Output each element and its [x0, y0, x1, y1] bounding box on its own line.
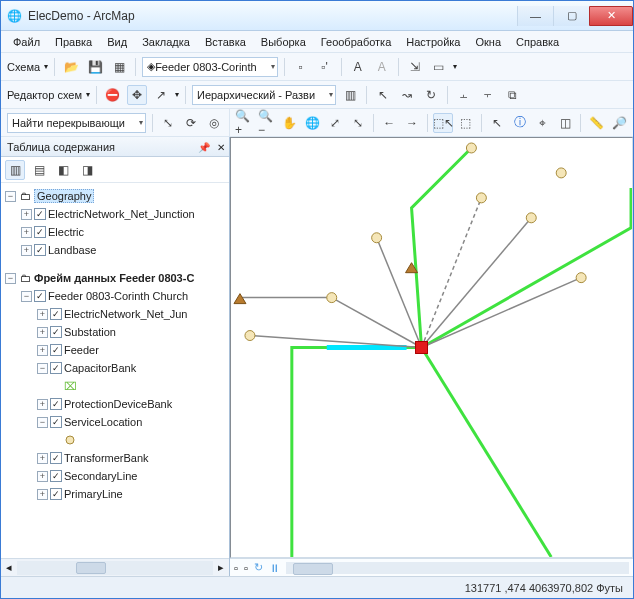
generate2-button[interactable]: ▭: [429, 57, 449, 77]
select-features-button[interactable]: ⬚↖: [433, 113, 453, 133]
menu-view[interactable]: Вид: [101, 34, 133, 50]
list-by-source-button[interactable]: ▤: [29, 160, 49, 180]
open-folder-button[interactable]: 📂: [61, 57, 81, 77]
layout-view-button[interactable]: ▫: [244, 562, 248, 574]
pause-icon[interactable]: ⏸: [269, 562, 280, 574]
list-by-drawing-button[interactable]: ▥: [5, 160, 25, 180]
hyperlink-button[interactable]: ⌖: [533, 113, 553, 133]
net-tool2-button[interactable]: ⟳: [182, 113, 201, 133]
list-by-visibility-button[interactable]: ◧: [53, 160, 73, 180]
editor-menu-caret[interactable]: ▾: [86, 90, 90, 99]
collapse-icon[interactable]: −: [5, 191, 16, 202]
misc-tool-button[interactable]: ⧉: [502, 85, 522, 105]
collapse-icon[interactable]: −: [5, 273, 16, 284]
toc-scrollbar[interactable]: ◂ ▸: [1, 558, 229, 576]
expand-icon[interactable]: +: [37, 309, 48, 320]
data-view-button[interactable]: ▫: [234, 562, 238, 574]
stop-editing-button[interactable]: ⛔: [103, 85, 123, 105]
checkbox[interactable]: ✓: [50, 308, 62, 320]
layer-item[interactable]: Substation: [64, 326, 116, 338]
expand-icon[interactable]: +: [21, 227, 32, 238]
expand-icon[interactable]: +: [37, 345, 48, 356]
checkbox[interactable]: ✓: [50, 452, 62, 464]
layer-item[interactable]: SecondaryLine: [64, 470, 137, 482]
propagate2-button[interactable]: ▫': [315, 57, 335, 77]
menu-windows[interactable]: Окна: [469, 34, 507, 50]
zoom-out-button[interactable]: 🔍−: [257, 113, 277, 133]
identify-button[interactable]: ⓘ: [510, 113, 530, 133]
menu-edit[interactable]: Правка: [49, 34, 98, 50]
save-diagram-button[interactable]: 💾: [85, 57, 105, 77]
expand-icon[interactable]: +: [37, 471, 48, 482]
find-dropdown[interactable]: Найти перекрывающи ▾: [7, 113, 146, 133]
schematic-menu-caret[interactable]: ▾: [44, 62, 48, 71]
propagate-button[interactable]: ▫: [291, 57, 311, 77]
layer-item[interactable]: ServiceLocation: [64, 416, 142, 428]
menu-customize[interactable]: Настройка: [400, 34, 466, 50]
layer-feeder-root[interactable]: Feeder 0803-Corinth Church: [48, 290, 188, 302]
find-button[interactable]: 🔎: [609, 113, 629, 133]
menu-geoprocessing[interactable]: Геообработка: [315, 34, 398, 50]
net-tool1-button[interactable]: ⤡: [159, 113, 178, 133]
clear-selection-button[interactable]: ⬚: [456, 113, 476, 133]
close-button[interactable]: ✕: [589, 6, 633, 26]
checkbox[interactable]: ✓: [50, 398, 62, 410]
pointer-button[interactable]: ↖: [487, 113, 507, 133]
text-a1-button[interactable]: A: [348, 57, 368, 77]
caret-icon[interactable]: ▾: [453, 62, 457, 71]
menu-bookmarks[interactable]: Закладка: [136, 34, 196, 50]
apply-layout-button[interactable]: ▥: [340, 85, 360, 105]
checkbox[interactable]: ✓: [34, 290, 46, 302]
checkbox[interactable]: ✓: [34, 226, 46, 238]
back-button[interactable]: ←: [379, 113, 399, 133]
checkbox[interactable]: ✓: [50, 362, 62, 374]
menu-help[interactable]: Справка: [510, 34, 565, 50]
checkbox[interactable]: ✓: [34, 244, 46, 256]
layer-item[interactable]: ElectricNetwork_Net_Jun: [64, 308, 188, 320]
expand-icon[interactable]: +: [37, 327, 48, 338]
minimize-button[interactable]: —: [517, 6, 553, 26]
caret-icon[interactable]: ▾: [175, 90, 179, 99]
trace-tool-button[interactable]: ↝: [397, 85, 417, 105]
html-popup-button[interactable]: ◫: [556, 113, 576, 133]
layer-geography[interactable]: Geography: [34, 189, 94, 203]
forward-button[interactable]: →: [402, 113, 422, 133]
checkbox[interactable]: ✓: [34, 208, 46, 220]
menu-selection[interactable]: Выборка: [255, 34, 312, 50]
checkbox[interactable]: ✓: [50, 326, 62, 338]
layer-item[interactable]: TransformerBank: [64, 452, 149, 464]
expand-icon[interactable]: +: [21, 245, 32, 256]
edit-vertices-button[interactable]: ↗: [151, 85, 171, 105]
layer-item[interactable]: Feeder: [64, 344, 99, 356]
text-a2-button[interactable]: A: [372, 57, 392, 77]
checkbox[interactable]: ✓: [50, 344, 62, 356]
layer-frame[interactable]: Фрейм данных Feeder 0803-C: [34, 272, 194, 284]
maximize-button[interactable]: ▢: [553, 6, 589, 26]
expand-icon[interactable]: +: [37, 489, 48, 500]
measure-button[interactable]: 📏: [586, 113, 606, 133]
menu-insert[interactable]: Вставка: [199, 34, 252, 50]
align-v-button[interactable]: ⫟: [478, 85, 498, 105]
layer-item[interactable]: PrimaryLine: [64, 488, 123, 500]
rotate-tool-button[interactable]: ↻: [421, 85, 441, 105]
move-tool-button[interactable]: ✥: [127, 85, 147, 105]
refresh-icon[interactable]: ↻: [254, 561, 263, 574]
menu-file[interactable]: Файл: [7, 34, 46, 50]
checkbox[interactable]: ✓: [50, 470, 62, 482]
select-tool-button[interactable]: ↖: [373, 85, 393, 105]
close-panel-icon[interactable]: ✕: [217, 142, 225, 153]
map-view[interactable]: [230, 137, 633, 558]
net-tool3-button[interactable]: ◎: [204, 113, 223, 133]
fixed-zoomout-button[interactable]: ⤡: [348, 113, 368, 133]
list-by-selection-button[interactable]: ◨: [77, 160, 97, 180]
layer-item[interactable]: Electric: [48, 226, 84, 238]
align-h-button[interactable]: ⫠: [454, 85, 474, 105]
checkbox[interactable]: ✓: [50, 416, 62, 428]
update-diagram-button[interactable]: ▦: [109, 57, 129, 77]
full-extent-button[interactable]: 🌐: [303, 113, 323, 133]
layer-item[interactable]: ProtectionDeviceBank: [64, 398, 172, 410]
toc-tree[interactable]: − 🗀 Geography + ✓ ElectricNetwork_Net_Ju…: [1, 183, 229, 558]
expand-icon[interactable]: +: [37, 399, 48, 410]
expand-icon[interactable]: +: [21, 209, 32, 220]
zoom-in-button[interactable]: 🔍+: [234, 113, 254, 133]
